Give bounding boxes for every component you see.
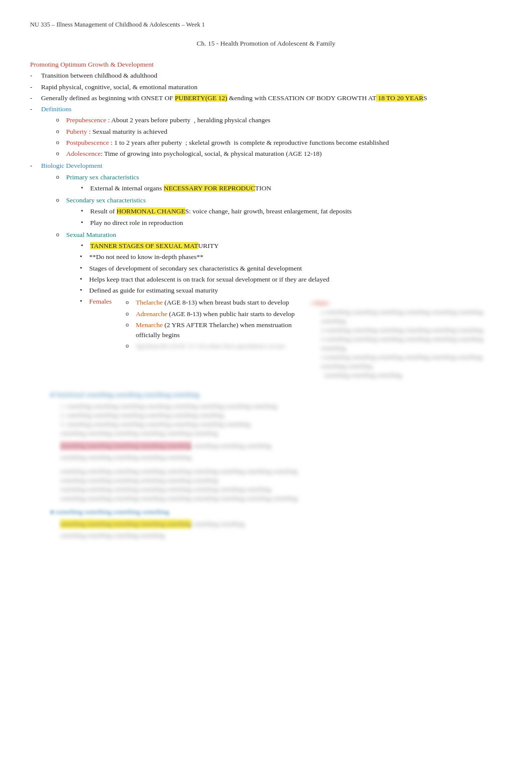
bullet-sq: ▪ — [80, 297, 89, 305]
term-postpubescence: Postpubescence — [66, 139, 109, 146]
primary-sex-details: ▪ External & internal organs NECESSARY F… — [66, 183, 272, 193]
blurred-section2: something something something something … — [30, 467, 502, 503]
tanner-sub-item: ▪ Stages of development of secondary sex… — [80, 264, 502, 274]
definition-text: Puberty : Sexual maturity is achieved — [66, 127, 167, 137]
blurred-line13: something something something something … — [60, 485, 502, 494]
bullet-sq: ▪ — [81, 218, 90, 226]
bullet-sq: ▪ — [81, 206, 90, 215]
blurred-line11: something something something something … — [60, 467, 502, 476]
menarche-text: Menarche (2 YRS AFTER Thelarche) when me… — [136, 320, 306, 341]
bullet-o: o — [56, 115, 66, 124]
definition-item: o Prepubescence : About 2 years before p… — [56, 115, 502, 125]
primary-sex-detail: ▪ External & internal organs NECESSARY F… — [81, 183, 272, 193]
blurred-line3: o something something something somethin… — [321, 335, 502, 353]
secondary-detail: ▪ Play no direct role in reproduction — [81, 218, 352, 228]
menarche-item: o Menarche (2 YRS AFTER Thelarche) when … — [126, 320, 306, 341]
tanner-item: ▪ TANNER STAGES OF SEXUAL MATURITY — [81, 241, 502, 251]
blurred-line8: 3. something something something somethi… — [60, 420, 502, 429]
blurred-highlight-text1: something something something — [193, 442, 271, 449]
blurred-heading1: ● Nutritional something something someth… — [50, 390, 502, 400]
bullet-o: o — [126, 320, 136, 329]
bullet-o: o — [126, 341, 136, 350]
dash-icon: - — [30, 93, 41, 103]
adrenarche-item: o Adrenarche (AGE 8-13) when public hair… — [126, 309, 306, 319]
bullet-o: o — [126, 298, 136, 307]
bullet-text: Rapid physical, cognitive, social, & emo… — [41, 82, 502, 92]
definitions-heading: Definitions — [41, 105, 72, 113]
secondary-sex-details: ▪ Result of HORMONAL CHANGES: voice chan… — [66, 206, 352, 228]
bullet-o: o — [56, 195, 66, 204]
tanner-sub-item: ▪ Helps keep tract that adolescent is on… — [80, 275, 502, 285]
dash-icon: - — [30, 71, 41, 81]
primary-sex-label: Primary sex characteristics — [66, 173, 139, 181]
bullet-o: o — [56, 230, 66, 239]
section1-heading: Promoting Optimum Growth & Development — [30, 60, 502, 70]
blurred-line5: something something something — [321, 371, 502, 380]
term-puberty: Puberty — [66, 128, 87, 135]
secondary-sex-item: o Secondary sex characteristics ▪ Result… — [56, 195, 502, 229]
definition-text: Postpubescence : 1 to 2 years after pube… — [66, 138, 389, 148]
dash-icon: - — [30, 161, 41, 171]
tanner-list: ▪ TANNER STAGES OF SEXUAL MATURITY — [66, 241, 502, 251]
biologic-heading: Biologic Development — [41, 162, 103, 169]
section1-list: - Transition between childhood & adultho… — [30, 71, 502, 382]
dash-icon: - — [30, 104, 41, 114]
adrenarche-text: Adrenarche (AGE 8-13) when public hair s… — [136, 309, 295, 319]
bullet-sq: ▪ — [80, 252, 89, 260]
term-prepubescence: Prepubescence — [66, 116, 106, 124]
thelarche-text: Thelarche (AGE 8-13) when breast buds st… — [136, 298, 289, 308]
definitions-item: - Definitions o Prepubescence : About 2 … — [30, 104, 502, 160]
bullet-sq: ▪ — [80, 275, 89, 283]
main-content: Promoting Optimum Growth & Development -… — [30, 60, 502, 540]
blurred-line4: ▪ something something something somethin… — [321, 353, 502, 371]
adrenarche-term: Adrenarche — [136, 310, 167, 318]
bullet-o: o — [56, 138, 66, 147]
bullet-sq: ▪ — [80, 264, 89, 272]
blurred-heading2: ● something something something somethin… — [50, 507, 502, 517]
dash-icon: - — [30, 82, 41, 92]
bullet-text: Generally defined as beginning with ONSE… — [41, 93, 502, 103]
tanner-sub-text4: Defined as guide for estimating sexual m… — [89, 286, 218, 296]
sexual-maturation-label: Sexual Maturation — [66, 231, 116, 238]
tanner-sub-text3: Helps keep tract that adolescent is on t… — [89, 275, 329, 285]
secondary-detail: ▪ Result of HORMONAL CHANGES: voice chan… — [81, 206, 352, 216]
females-list: o Thelarche (AGE 8-13) when breast buds … — [112, 298, 306, 352]
females-item: ▪ Females o Thelarche (AGE 8-13) when br… — [80, 297, 502, 380]
bullet-sq: ▪ — [80, 286, 89, 294]
definition-item: o Adolescence: Time of growing into psyc… — [56, 149, 502, 159]
bullet-o: o — [126, 309, 136, 318]
tanner-sub-text2: Stages of development of secondary sex c… — [89, 264, 302, 274]
primary-sex-item: o Primary sex characteristics ▪ External… — [56, 172, 502, 195]
course-title: NU 335 – Illness Management of Childhood… — [30, 20, 502, 30]
secondary-detail-text: Result of HORMONAL CHANGES: voice change… — [90, 206, 352, 216]
blurred-line6: 1. something something something somethi… — [60, 402, 502, 411]
blurred-section: ● Nutritional something something someth… — [30, 390, 502, 462]
definition-item: o Postpubescence : 1 to 2 years after pu… — [56, 138, 502, 148]
sexual-maturation-content: Sexual Maturation ▪ TANNER STAGES OF SEX… — [66, 230, 502, 381]
list-item: - Rapid physical, cognitive, social, & e… — [30, 82, 502, 92]
bullet-o: o — [56, 172, 66, 181]
blurred-text: Spermarche (AGE 11-13) when first ejacul… — [136, 341, 285, 351]
blurred-line14: something something something something … — [60, 494, 502, 503]
blurred-hl2: something something something something … — [60, 519, 191, 529]
blurred-line15: something something something something — [60, 531, 502, 540]
definitions-list: o Prepubescence : About 2 years before p… — [41, 115, 502, 159]
definition-item: o Puberty : Sexual maturity is achieved — [56, 127, 502, 137]
biologic-item: - Biologic Development o Primary sex cha… — [30, 161, 502, 382]
thelarche-item: o Thelarche (AGE 8-13) when breast buds … — [126, 298, 306, 308]
definition-text: Adolescence: Time of growing into psycho… — [66, 149, 322, 159]
tanner-text: TANNER STAGES OF SEXUAL MATURITY — [90, 241, 219, 251]
females-label: Females — [89, 297, 112, 307]
bullet-o: o — [56, 149, 66, 158]
tanner-sub-list: ▪ **Do not need to know in-depth phases*… — [66, 252, 502, 380]
biologic-list: o Primary sex characteristics ▪ External… — [41, 172, 502, 381]
tanner-sub-item: ▪ Defined as guide for estimating sexual… — [80, 286, 502, 296]
tanner-sub-text: **Do not need to know in-depth phases** — [89, 252, 203, 262]
bullet-o: o — [56, 127, 66, 136]
secondary-sex-content: Secondary sex characteristics ▪ Result o… — [66, 195, 352, 229]
blurred-line1: o something something something somethin… — [321, 308, 502, 326]
thelarche-term: Thelarche — [136, 299, 163, 306]
blurred-highlight1: something something something something … — [60, 441, 191, 450]
tanner-sub-item: ▪ **Do not need to know in-depth phases*… — [80, 252, 502, 262]
definition-text: Prepubescence : About 2 years before pub… — [66, 115, 271, 125]
